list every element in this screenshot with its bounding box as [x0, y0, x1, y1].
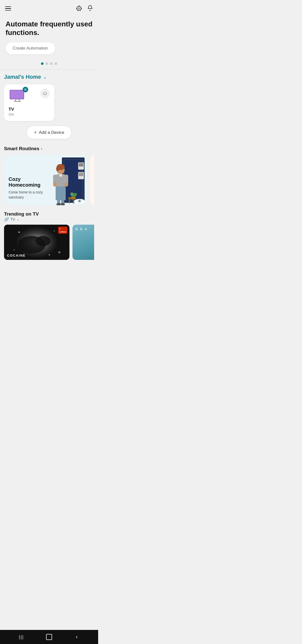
homecoming-illustration	[48, 155, 86, 205]
svg-point-53	[49, 254, 50, 256]
cocaine-label: COCAINE	[7, 254, 26, 257]
plus-icon: +	[34, 130, 37, 135]
add-device-button[interactable]: + Add a Device	[27, 126, 71, 139]
trending-source[interactable]: 🔗 TV ⌄	[4, 217, 94, 222]
svg-point-39	[53, 183, 57, 187]
kea-label: K E A	[76, 227, 88, 231]
svg-point-49	[18, 231, 20, 233]
hero-title: Automate frequently used functions.	[6, 20, 93, 37]
dot-4[interactable]	[55, 62, 57, 65]
n-badge: N	[23, 87, 28, 92]
link-icon: 🔗	[4, 217, 9, 222]
trending-card-cocaine[interactable]: COCAINE rredbox	[4, 225, 69, 260]
pagination-dots	[0, 62, 98, 65]
svg-point-51	[58, 251, 60, 253]
svg-rect-35	[59, 174, 62, 177]
notifications-button[interactable]	[87, 5, 93, 12]
routine-illustration	[47, 155, 87, 205]
svg-rect-20	[79, 173, 83, 176]
chevron-down-icon: ⌄	[43, 74, 47, 80]
smart-routines-header[interactable]: Smart Routines ›	[4, 146, 94, 151]
routine-card-cozy[interactable]: Cozy Homecoming Come home to a cozy sanc…	[4, 155, 87, 205]
svg-point-23	[79, 200, 81, 202]
robot-icon	[76, 5, 83, 12]
home-header[interactable]: Jamal's Home ⌄	[4, 74, 94, 80]
svg-rect-18	[79, 163, 83, 167]
tv-icon-wrap: N	[9, 89, 26, 103]
routine-title-cozy: Cozy Homecoming	[9, 176, 49, 188]
svg-point-4	[79, 5, 80, 6]
svg-point-43	[56, 203, 61, 205]
svg-point-33	[56, 166, 59, 171]
trending-section: Trending on TV 🔗 TV ⌄	[0, 211, 98, 260]
hero-section: Automate frequently used functions. Crea…	[0, 15, 98, 57]
device-status-tv: ON	[9, 112, 50, 116]
routine-desc-cozy: Come home to a cozy sanctuary	[9, 190, 49, 200]
top-nav	[0, 0, 98, 15]
svg-point-40	[65, 183, 68, 187]
chevron-right-icon: ›	[41, 146, 42, 151]
add-device-label: Add a Device	[39, 130, 64, 135]
svg-rect-30	[73, 199, 74, 204]
device-card-tv: N TV ON	[4, 84, 54, 121]
svg-rect-1	[78, 8, 79, 9]
trending-source-label: TV	[11, 217, 15, 221]
trending-header: Trending on TV 🔗 TV ⌄	[4, 211, 94, 222]
svg-point-27	[73, 193, 77, 196]
svg-point-48	[35, 236, 51, 246]
svg-line-12	[19, 99, 20, 101]
dot-2[interactable]	[46, 62, 48, 65]
trending-card-kea[interactable]: K E A	[72, 225, 94, 260]
svg-rect-10	[10, 91, 23, 99]
power-icon	[43, 91, 47, 96]
routines-scroll: Cozy Homecoming Come home to a cozy sanc…	[4, 155, 94, 207]
svg-rect-2	[79, 8, 80, 9]
svg-rect-36	[56, 186, 66, 200]
divider	[0, 69, 98, 70]
redbox-badge: rredbox	[58, 227, 67, 234]
svg-point-52	[14, 249, 15, 250]
svg-rect-28	[68, 197, 75, 199]
svg-point-44	[60, 203, 65, 205]
trending-title: Trending on TV	[4, 211, 94, 217]
assistant-button[interactable]	[76, 5, 83, 12]
svg-point-26	[70, 192, 74, 195]
home-name: Jamal's Home	[4, 74, 41, 80]
power-button-tv[interactable]	[40, 89, 50, 98]
create-automation-button[interactable]: Create Automation	[6, 42, 55, 54]
routine-card-sweet[interactable]: Swe... Prep...	[90, 155, 94, 205]
dot-1[interactable]	[41, 62, 44, 65]
hamburger-menu[interactable]	[5, 6, 11, 11]
svg-point-50	[54, 230, 55, 231]
device-name-tv: TV	[9, 107, 50, 112]
home-section: Jamal's Home ⌄ N TV O	[0, 74, 98, 146]
smart-routines-title: Smart Routines	[4, 146, 39, 151]
svg-rect-29	[69, 199, 70, 204]
trending-source-chevron: ⌄	[17, 217, 19, 221]
dot-3[interactable]	[50, 62, 53, 65]
smart-routines-section: Smart Routines ›	[0, 146, 98, 207]
svg-rect-0	[77, 7, 81, 10]
svg-line-11	[15, 99, 16, 101]
bell-icon	[87, 5, 93, 11]
trending-scroll: COCAINE rredbox K E A	[4, 225, 94, 260]
